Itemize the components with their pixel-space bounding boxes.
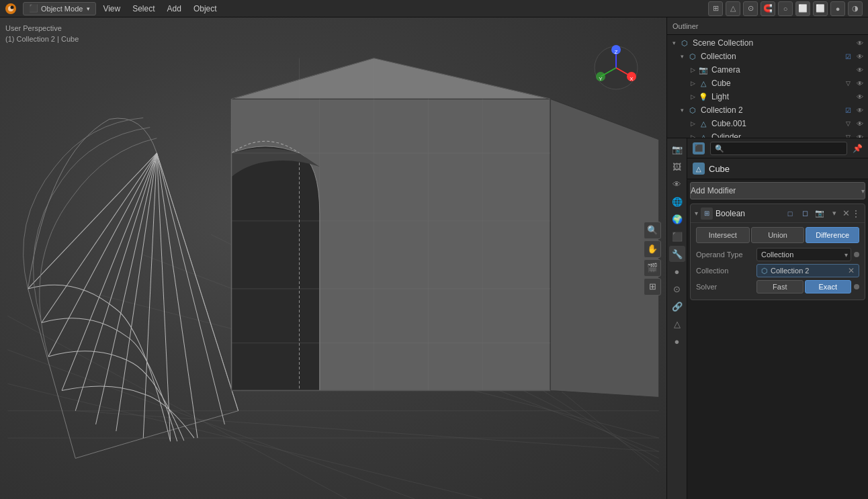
- filter-cube[interactable]: ▽: [842, 78, 853, 89]
- modifier-edit-btn[interactable]: 📷: [813, 207, 826, 220]
- render-mode-4[interactable]: ◑: [848, 1, 863, 16]
- modifier-render-btn[interactable]: ◻: [798, 207, 812, 220]
- outliner-row-cube001[interactable]: ▷ △ Cube.001 ▽ 👁: [667, 117, 868, 130]
- render-mode-3[interactable]: ●: [830, 1, 845, 16]
- row-actions-scene: 👁: [855, 38, 865, 48]
- modifier-realtime-btn[interactable]: □: [783, 207, 797, 220]
- expand-scene-collection: ▾: [670, 39, 678, 47]
- operation-buttons-row: Intersect Union Difference: [696, 227, 859, 243]
- tool-grid[interactable]: ⊞: [644, 278, 661, 296]
- modifier-icon: ⊞: [701, 208, 713, 220]
- expand-light: ▷: [689, 93, 697, 101]
- icon-scene-collection: ⬡: [679, 38, 690, 48]
- prop-icon-constraints[interactable]: 🔗: [669, 298, 685, 314]
- collection-value-btn[interactable]: ⬡ Collection 2 ✕: [756, 264, 859, 277]
- expand-collection: ▾: [678, 52, 686, 60]
- outliner-row-collection2[interactable]: ▾ ⬡ Collection 2 ☑ 👁: [667, 103, 868, 117]
- editor-type-btn[interactable]: ⊞: [708, 1, 723, 16]
- prop-icon-render[interactable]: 📷: [669, 141, 685, 157]
- outliner-row-collection[interactable]: ▾ ⬡ Collection ☑ 👁: [667, 50, 868, 63]
- svg-line-23: [157, 153, 198, 438]
- filter-cube001[interactable]: ▽: [842, 118, 853, 129]
- menu-select[interactable]: Select: [127, 3, 160, 15]
- visibility-collection2[interactable]: 👁: [855, 105, 865, 116]
- modifier-menu-btn[interactable]: ⋮: [851, 208, 861, 219]
- visibility-light[interactable]: 👁: [855, 91, 865, 102]
- label-collection: Collection: [701, 52, 842, 61]
- mode-selector[interactable]: ⬛ Object Mode ▾: [23, 2, 96, 15]
- svg-line-18: [75, 153, 157, 411]
- svg-line-13: [75, 411, 658, 452]
- modifier-expand-icon[interactable]: ▾: [695, 210, 698, 217]
- outliner-row-light[interactable]: ▷ 💡 Light 👁: [667, 90, 868, 103]
- visibility-scene[interactable]: 👁: [855, 38, 865, 48]
- prop-icon-scene[interactable]: 🌐: [669, 193, 685, 210]
- label-collection2: Collection 2: [701, 105, 842, 115]
- viewport-shading-btn[interactable]: △: [726, 1, 740, 16]
- label-camera: Camera: [711, 65, 855, 75]
- operand-type-label: Operand Type: [696, 251, 756, 259]
- filter-cylinder[interactable]: ▽: [842, 132, 853, 138]
- visibility-cube001[interactable]: 👁: [855, 118, 865, 129]
- expand-cube: ▷: [689, 79, 697, 87]
- blender-logo: [3, 1, 19, 16]
- top-menu-bar: ⬛ Object Mode ▾ View Select Add Object ⊞…: [0, 0, 868, 17]
- modifier-section: Add Modifier ▾ ▾ ⊞ Boolean: [687, 179, 868, 499]
- visibility-collection[interactable]: 👁: [855, 51, 865, 62]
- svg-marker-28: [550, 99, 659, 397]
- outliner-row-cube[interactable]: ▷ △ Cube ▽ 👁: [667, 77, 868, 90]
- properties-pin-icon[interactable]: 📌: [853, 144, 863, 153]
- tool-move[interactable]: ✋: [644, 240, 661, 258]
- check-collection2[interactable]: ☑: [842, 105, 853, 116]
- scene-canvas: [0, 17, 666, 499]
- tool-camera[interactable]: 🎬: [644, 259, 661, 277]
- outliner-row-scene-collection[interactable]: ▾ ⬡ Scene Collection 👁: [667, 36, 868, 50]
- right-panel: Outliner ▾ ⬡ Scene Collection 👁 ▾ ⬡ Coll…: [666, 17, 868, 499]
- op-intersect-btn[interactable]: Intersect: [696, 227, 750, 243]
- properties-sidebar: 📷 🖼 👁 🌐 🌍 ⬛ 🔧 ● ⊙ 🔗 △ ●: [667, 138, 687, 499]
- prop-icon-physics[interactable]: ⊙: [669, 281, 685, 297]
- visibility-cube[interactable]: 👁: [855, 78, 865, 89]
- solver-fast-btn[interactable]: Fast: [756, 280, 804, 293]
- main-area: User Perspective (1) Collection 2 | Cube…: [0, 17, 868, 499]
- collection-label: Collection: [696, 267, 756, 275]
- snap-btn[interactable]: 🧲: [761, 1, 775, 16]
- add-modifier-button[interactable]: Add Modifier ▾: [690, 182, 865, 199]
- prop-icon-data[interactable]: △: [669, 316, 685, 332]
- properties-search[interactable]: [710, 142, 847, 155]
- solver-exact-btn[interactable]: Exact: [805, 280, 852, 293]
- navigation-gizmo[interactable]: Z X Y: [593, 44, 640, 91]
- operand-type-row: Operand Type Collection: [696, 247, 859, 262]
- prop-icon-modifier[interactable]: 🔧: [669, 246, 685, 262]
- modifier-close-btn[interactable]: ✕: [842, 208, 850, 218]
- 3d-viewport[interactable]: User Perspective (1) Collection 2 | Cube…: [0, 17, 666, 499]
- outliner-title: Outliner: [672, 22, 699, 30]
- visibility-cylinder[interactable]: 👁: [855, 132, 865, 138]
- op-difference-btn[interactable]: Difference: [806, 227, 859, 243]
- prop-icon-particles[interactable]: ●: [669, 263, 685, 279]
- prop-icon-object[interactable]: ⬛: [669, 228, 685, 244]
- viewport-overlay-btn[interactable]: ⊙: [743, 1, 758, 16]
- prop-icon-world[interactable]: 🌍: [669, 211, 685, 227]
- outliner-row-camera[interactable]: ▷ 📷 Camera 👁: [667, 63, 868, 77]
- outliner-row-cylinder[interactable]: ▷ △ Cylinder ▽ 👁: [667, 130, 868, 138]
- icon-cube001: △: [698, 118, 709, 129]
- menu-view[interactable]: View: [97, 3, 126, 15]
- menu-add[interactable]: Add: [162, 3, 187, 15]
- operand-type-dropdown[interactable]: Collection: [756, 248, 851, 261]
- collection-clear-btn[interactable]: ✕: [848, 266, 855, 275]
- tool-magnify[interactable]: 🔍: [644, 222, 661, 239]
- visibility-camera[interactable]: 👁: [855, 64, 865, 75]
- object-name-label: Cube: [709, 164, 730, 174]
- prop-icon-view[interactable]: 👁: [669, 176, 685, 192]
- modifier-cage-btn[interactable]: ▾: [828, 207, 841, 220]
- check-collection[interactable]: ☑: [842, 51, 853, 62]
- proportional-btn[interactable]: ○: [778, 1, 793, 16]
- prop-icon-output[interactable]: 🖼: [669, 158, 685, 175]
- render-mode-1[interactable]: ⬜: [795, 1, 810, 16]
- op-union-btn[interactable]: Union: [751, 227, 805, 243]
- prop-icon-material[interactable]: ●: [669, 333, 685, 349]
- menu-object[interactable]: Object: [188, 3, 222, 15]
- row-actions-collection: ☑ 👁: [842, 51, 865, 62]
- render-mode-2[interactable]: ⬜: [813, 1, 828, 16]
